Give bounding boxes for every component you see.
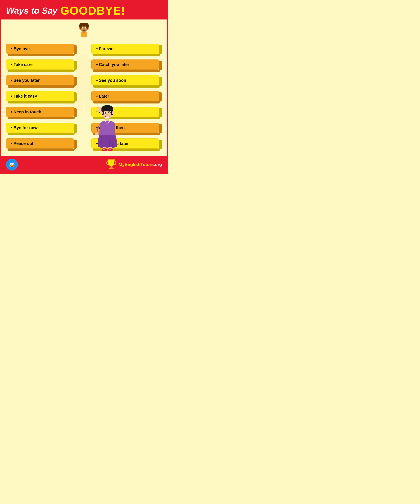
svg-point-13 bbox=[85, 28, 86, 29]
footer-emoji-logo bbox=[6, 159, 18, 170]
phrase-block-left-2: • See you later bbox=[6, 75, 77, 88]
footer-trophy-icon: ★ bbox=[106, 158, 116, 171]
footer-right: ★ MyEnglishTutors.org bbox=[106, 158, 162, 171]
svg-text:★: ★ bbox=[110, 161, 113, 164]
footer-site-text: MyEnglishTutors.org bbox=[119, 162, 162, 167]
phrase-block-left-6: • Peace out bbox=[6, 138, 77, 151]
phrase-block-right-3: • Later bbox=[91, 91, 162, 103]
svg-point-12 bbox=[82, 28, 83, 29]
phrase-text-right-1: • Catch you later bbox=[91, 60, 159, 70]
phrase-text-left-1: • Take care bbox=[6, 60, 74, 70]
phrase-text-left-3: • Take it easy bbox=[6, 91, 74, 101]
phrase-text-left-4: • Keep in touch bbox=[6, 107, 74, 117]
phrase-text-left-6: • Peace out bbox=[6, 138, 74, 149]
svg-point-53 bbox=[12, 165, 14, 166]
phrase-row-2: • See you later • See you soon bbox=[6, 75, 162, 88]
phrase-block-right-0: • Farewell bbox=[91, 44, 162, 56]
content-area: • Bye bye • Farewell • Take care • Catch… bbox=[1, 19, 167, 156]
phrase-row-4: • Keep in touch • I'm out bbox=[6, 107, 162, 119]
svg-point-51 bbox=[13, 164, 13, 164]
header: Ways to Say GOODBYE! bbox=[1, 1, 167, 19]
footer: ★ MyEnglishTutors.org bbox=[1, 156, 167, 173]
svg-point-16 bbox=[88, 27, 89, 29]
svg-point-14 bbox=[83, 29, 85, 30]
phrase-block-right-2: • See you soon bbox=[91, 75, 162, 88]
phrase-text-left-0: • Bye bye bbox=[6, 44, 74, 54]
phrase-row-3: • Take it easy • Later bbox=[6, 91, 162, 103]
boy-character bbox=[77, 23, 91, 40]
header-goodbye-label: GOODBYE! bbox=[60, 4, 125, 17]
phrase-row-1: • Take care • Catch you later bbox=[6, 60, 162, 72]
phrase-text-right-3: • Later bbox=[91, 91, 159, 101]
phrase-text-right-0: • Farewell bbox=[91, 44, 159, 54]
phrase-block-right-1: • Catch you later bbox=[91, 60, 162, 72]
svg-rect-56 bbox=[109, 168, 114, 169]
phrase-text-left-5: • Bye for now bbox=[6, 123, 74, 133]
svg-point-48 bbox=[11, 164, 12, 165]
phrase-row-0: • Bye bye • Farewell bbox=[6, 44, 162, 56]
phrase-block-left-1: • Take care bbox=[6, 60, 77, 72]
phrase-text-right-4: • I'm out bbox=[91, 107, 159, 117]
footer-site-yellow: MyEnglishTutors bbox=[119, 162, 154, 167]
boy-character-area bbox=[6, 23, 162, 40]
phrase-block-left-3: • Take it easy bbox=[6, 91, 77, 103]
svg-point-15 bbox=[79, 27, 80, 29]
phrase-block-right-5: • All right then bbox=[91, 123, 162, 135]
phrase-block-left-0: • Bye bye bbox=[6, 44, 77, 56]
phrase-text-left-2: • See you later bbox=[6, 75, 74, 85]
svg-point-50 bbox=[11, 164, 11, 164]
svg-point-49 bbox=[12, 164, 14, 165]
svg-rect-57 bbox=[111, 166, 112, 168]
phrase-text-right-2: • See you soon bbox=[91, 75, 159, 85]
phrase-block-right-6: • Smell you later bbox=[91, 138, 162, 151]
svg-rect-18 bbox=[83, 31, 85, 33]
phrase-text-right-6: • Smell you later bbox=[91, 138, 159, 149]
page-wrapper: Ways to Say GOODBYE! bbox=[0, 0, 168, 174]
phrases-rows: • Bye bye • Farewell • Take care • Catch… bbox=[6, 42, 162, 153]
header-ways-label: Ways to Say bbox=[6, 6, 57, 16]
phrase-row-6: • Peace out • Smell you later bbox=[6, 138, 162, 151]
phrase-block-left-5: • Bye for now bbox=[6, 123, 77, 135]
phrase-block-right-4: • I'm out bbox=[91, 107, 162, 119]
phrase-row-5: • Bye for now • All right then bbox=[6, 123, 162, 135]
phrase-block-left-4: • Keep in touch bbox=[6, 107, 77, 119]
phrase-text-right-5: • All right then bbox=[91, 123, 159, 133]
footer-site-white: .org bbox=[154, 162, 162, 167]
